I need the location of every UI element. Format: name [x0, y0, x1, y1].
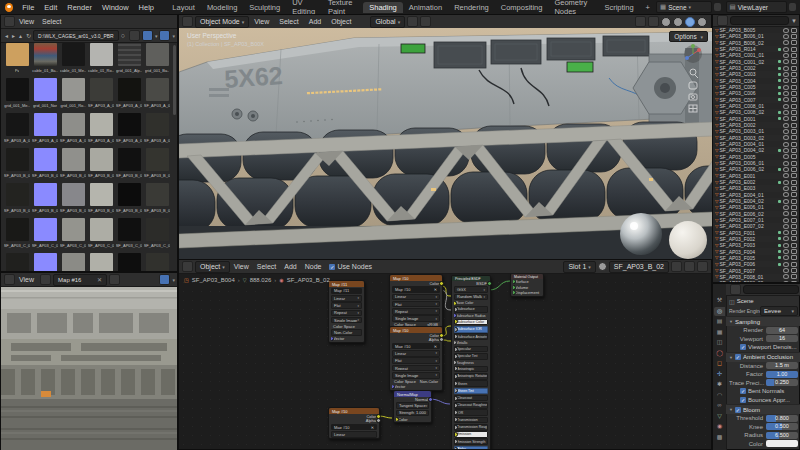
render-visibility-icon[interactable] — [791, 186, 797, 191]
node-dropdown[interactable]: Flat▾ — [331, 302, 362, 309]
workspace-tab[interactable]: Compositing — [495, 2, 549, 13]
bsdf-input[interactable]: Clearcoat — [454, 395, 488, 402]
hide-eye-icon[interactable] — [783, 28, 789, 33]
node-dropdown[interactable]: Single Image▾ — [331, 317, 362, 324]
file-item[interactable]: SF_AP03_C_0 — [87, 218, 115, 253]
file-item[interactable]: SF_AP03_A_0 — [87, 113, 115, 148]
bsdf-input[interactable]: Anisotropic — [454, 366, 488, 373]
outliner-item[interactable]: ▽ SF_AP03_F001 — [713, 230, 799, 236]
display-thumbnails-icon[interactable] — [142, 30, 153, 41]
material-name-field[interactable]: SF_AP03_B_02 — [609, 261, 669, 273]
image-texture-node[interactable]: Map #10 Color Alpha Map #10✕ Linear▾Flat… — [389, 326, 443, 391]
outliner-type-icon[interactable] — [717, 15, 728, 26]
hide-eye-icon[interactable] — [783, 249, 789, 254]
bloom-color-row[interactable]: Color — [726, 440, 800, 449]
file-item[interactable]: SF_AP03_A_0 — [3, 113, 31, 148]
file-item[interactable]: SF_AP03_C_0 — [31, 218, 59, 253]
hide-eye-icon[interactable] — [783, 167, 789, 172]
outliner-item[interactable]: ▽ SF_AP03_C005 — [713, 84, 799, 90]
file-item[interactable]: grid_001_Nor — [31, 78, 59, 113]
file-item[interactable]: SF_AP03_B_0 — [31, 183, 59, 218]
workspace-tab[interactable]: Shading — [363, 2, 403, 13]
file-item[interactable]: SF_AP03_C_0 — [3, 218, 31, 253]
outliner-item[interactable]: ▽ SF_AP03_E007_01 — [713, 217, 799, 223]
file-item[interactable]: SF_AP03_B_0 — [3, 148, 31, 183]
hide-eye-icon[interactable] — [783, 85, 789, 90]
property-row[interactable]: Threshold 0.800 — [726, 414, 800, 423]
hide-eye-icon[interactable] — [783, 173, 789, 178]
overlays-icon[interactable] — [648, 16, 659, 27]
bsdf-input[interactable]: Sheen Tint — [454, 388, 488, 395]
bsdf-input[interactable]: Subsurface Anisotropy — [454, 333, 488, 340]
file-item[interactable]: SF_AP03_C_0 — [115, 218, 143, 253]
hide-eye-icon[interactable] — [783, 91, 789, 96]
back-icon[interactable]: ◂ — [3, 32, 10, 39]
file-item[interactable]: SF_AP03_B_0 — [115, 183, 143, 218]
render-visibility-icon[interactable] — [791, 255, 797, 260]
outliner-item[interactable]: ▽ SF_AP03_F007 — [713, 267, 799, 273]
hide-eye-icon[interactable] — [783, 230, 789, 235]
file-item[interactable]: SF_AP03_C_0 — [59, 218, 87, 253]
outliner-item[interactable]: ▽ SF_AP03_R014 — [713, 46, 799, 52]
bsdf-input[interactable]: Metallic — [454, 341, 488, 346]
outliner-item[interactable]: ▽ SF_AP03_D003_02 — [713, 135, 799, 141]
tab-particles[interactable]: ✱ — [714, 380, 725, 389]
node-dropdown[interactable]: Flat▾ — [392, 357, 440, 364]
outliner-item[interactable]: ▽ SF_AP03_F003 — [713, 242, 799, 248]
workspace-tab[interactable]: Modeling — [201, 2, 243, 13]
mode-dropdown[interactable]: Object Mode▾ — [195, 16, 249, 28]
render-visibility-icon[interactable] — [791, 167, 797, 172]
tab-data[interactable]: ▽ — [714, 412, 725, 421]
image-texture-node[interactable]: Map #10 Color Alpha Map #10✕ Linear — [328, 407, 380, 439]
workspace-tab[interactable]: Rendering — [448, 2, 495, 13]
tab-render[interactable]: ◎ — [714, 307, 725, 316]
outliner-item[interactable]: ▽ SF_AP03_E002 — [713, 179, 799, 185]
render-engine-dropdown[interactable]: Eevee▾ — [760, 306, 798, 316]
file-item[interactable] — [3, 253, 31, 272]
orientation-dropdown[interactable]: Global▾ — [370, 16, 405, 28]
outliner-item[interactable]: ▽ SF_AP03_F004 — [713, 248, 799, 254]
file-item[interactable]: grid_001_Ba.. — [143, 43, 171, 78]
shading-solid-icon[interactable] — [673, 17, 683, 27]
file-item[interactable]: SF_AP03_A_0 — [87, 78, 115, 113]
render-visibility-icon[interactable] — [791, 262, 797, 267]
tab-view-layer[interactable]: ▦ — [714, 328, 725, 337]
outliner-item[interactable]: ▽ SF_AP03_B005 — [713, 27, 799, 33]
hide-eye-icon[interactable] — [783, 199, 789, 204]
image-editor-type-icon[interactable] — [4, 274, 15, 285]
outliner-item[interactable]: ▽ SF_AP03_E003 — [713, 185, 799, 191]
file-item[interactable] — [115, 253, 143, 272]
render-visibility-icon[interactable] — [791, 129, 797, 134]
bsdf-input[interactable]: Transmission — [454, 417, 488, 424]
file-item[interactable]: grid_001_Alp.. — [115, 43, 143, 78]
outliner-item[interactable]: ▽ SF_AP03_D004_02 — [713, 147, 799, 153]
render-visibility-icon[interactable] — [791, 161, 797, 166]
outliner-item[interactable]: ▽ SF_AP03_B006_01 — [713, 33, 799, 39]
bsdf-input[interactable]: IOR — [454, 409, 488, 416]
node-dropdown[interactable]: Linear — [331, 431, 377, 438]
file-item[interactable]: SF_AP03_A_0 — [115, 113, 143, 148]
display-vertical-icon[interactable] — [129, 30, 140, 41]
property-row[interactable]: Distance 1.5 m — [726, 362, 800, 371]
refresh-icon[interactable]: ↻ — [24, 32, 33, 39]
viewlayer-icon[interactable] — [789, 3, 796, 11]
file-item[interactable]: cable_01_Me.. — [59, 43, 87, 78]
menu-item[interactable]: Add — [280, 263, 300, 270]
property-checkbox[interactable]: ✓Bounces Appr... — [726, 396, 800, 405]
menu-item[interactable]: Render — [62, 3, 97, 12]
hide-eye-icon[interactable] — [783, 268, 789, 273]
bloom-color-swatch[interactable] — [766, 440, 798, 447]
render-visibility-icon[interactable] — [791, 104, 797, 109]
search-icon[interactable]: ○ — [119, 32, 127, 39]
render-visibility-icon[interactable] — [791, 230, 797, 235]
menu-item[interactable]: View — [15, 276, 38, 283]
file-item[interactable] — [59, 253, 87, 272]
render-visibility-icon[interactable] — [791, 110, 797, 115]
render-visibility-icon[interactable] — [791, 72, 797, 77]
render-visibility-icon[interactable] — [791, 40, 797, 45]
menu-item[interactable]: Help — [134, 3, 159, 12]
hide-eye-icon[interactable] — [783, 205, 789, 210]
file-item[interactable]: SF_AP03_B_0 — [59, 183, 87, 218]
filebrowser-type-icon[interactable] — [4, 16, 15, 27]
outliner-item[interactable]: ▽ SF_AP03_D003_01 — [713, 128, 799, 134]
